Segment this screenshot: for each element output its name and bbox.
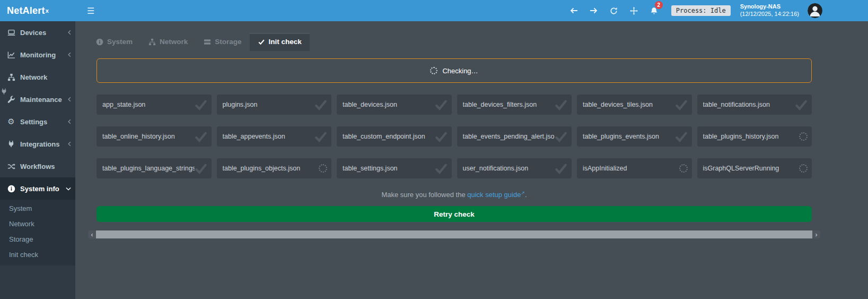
submenu-item-system[interactable]: System [0,201,75,216]
init-check-card-label: table_events_pending_alert.json [463,133,555,140]
init-check-card: table_settings.json [337,158,452,178]
init-check-grid: app_state.jsonplugins.jsontable_devices.… [97,95,812,178]
scrollbar-track[interactable] [96,230,812,238]
shuffle-icon [6,163,16,170]
check-icon [435,162,448,175]
tab-system[interactable]: System [88,33,141,51]
init-check-card: table_plugins_events.json [577,126,692,147]
init-check-card-label: table_appevents.json [223,133,315,140]
sidebar-item-integrations[interactable]: Integrations [0,133,75,155]
hamburger-menu-icon[interactable]: ☰ [83,4,99,18]
notifications-count-badge: 2 [655,1,663,9]
storage-icon [204,38,211,46]
sidebar-item-monitoring[interactable]: Monitoring [0,44,75,66]
process-status-badge: Process: Idle [671,5,731,16]
system-info-submenu: System Network Storage Init check [0,200,75,266]
app-logo-text: NetAlert [7,5,45,16]
init-check-card: table_devices_tiles.json [577,95,692,115]
init-check-card-label: table_plugins_history.json [703,133,800,140]
app-logo[interactable]: NetAlertx [0,0,75,21]
guide-text-suffix: . [525,191,527,199]
init-check-pane: Checking… app_state.jsonplugins.jsontabl… [88,58,820,222]
check-icon [195,98,207,111]
init-check-card: plugins.json [217,95,332,115]
spinner-icon [319,164,327,173]
quick-setup-guide-link[interactable]: quick setup guide↗ [467,191,525,199]
tab-storage[interactable]: Storage [196,33,249,51]
plug-icon [1,88,7,95]
refresh-icon[interactable] [608,4,620,17]
submenu-item-network[interactable]: Network [0,216,75,232]
app-window: NetAlertx ☰ 2 Process: Idle Sy [0,0,868,299]
tab-label: System [107,38,133,46]
spinner-icon [430,67,437,74]
init-check-card: table_plugins_language_strings.json [97,158,212,178]
submenu-item-init-check[interactable]: Init check [0,247,75,262]
spinner-icon [799,164,808,173]
sidebar-item-system-info[interactable]: System info [0,177,75,200]
scroll-right-button[interactable]: › [812,230,820,238]
device-timestamp: (12/12/2025, 14:22:16) [740,11,799,18]
init-check-card: table_devices_filters.json [457,95,572,115]
init-check-card-label: plugins.json [223,101,315,108]
retry-check-button[interactable]: Retry check [97,206,812,222]
init-check-card: table_plugins_objects.json [217,158,332,178]
guide-link-text: quick setup guide [467,191,521,199]
chevron-left-icon [68,119,71,124]
init-check-card: isGraphQLServerRunning [697,158,812,178]
back-arrow-icon[interactable] [567,4,580,17]
scroll-left-button[interactable]: ‹ [88,230,96,238]
check-icon [314,98,327,111]
check-icon [195,162,207,175]
plug-icon [6,140,16,148]
sitemap-icon [6,73,16,81]
check-icon [675,98,688,111]
init-check-card: table_online_history.json [97,126,212,147]
external-link-icon: ↗ [521,190,525,195]
init-check-card-label: table_settings.json [343,165,435,172]
spinner-icon [679,164,688,173]
check-icon [795,98,808,111]
horizontal-scrollbar[interactable]: ‹ › [88,230,820,238]
init-check-card-label: user_notifications.json [463,165,555,172]
init-check-card: user_notifications.json [457,158,572,178]
init-check-card-label: table_plugins_objects.json [223,165,319,172]
chevron-left-icon [68,52,71,57]
init-check-card: table_plugins_history.json [697,126,812,147]
checking-alert: Checking… [97,58,812,83]
sidebar-item-workflows[interactable]: Workflows [0,155,75,177]
app-logo-sup: x [46,7,49,14]
check-icon [555,130,567,143]
sidebar-item-maintenance[interactable]: Maintenance [0,88,75,110]
notifications-bell-icon[interactable]: 2 [648,4,661,17]
move-arrows-icon[interactable] [628,4,641,17]
user-avatar[interactable] [808,3,822,18]
init-check-card: table_devices.json [337,95,452,115]
forward-arrow-icon[interactable] [588,4,600,17]
sidebar-item-label: Workflows [20,163,71,170]
init-check-card-label: app_state.json [102,101,195,108]
sidebar-item-devices[interactable]: Devices [0,21,75,44]
init-check-card-label: table_devices.json [343,101,435,108]
init-check-card: table_events_pending_alert.json [457,126,572,147]
check-icon [258,38,265,46]
wrench-icon [6,96,16,104]
submenu-item-storage[interactable]: Storage [0,232,75,247]
init-check-card: table_custom_endpoint.json [337,126,452,147]
chevron-left-icon [68,97,71,102]
init-check-card-label: table_plugins_language_strings.json [102,165,195,172]
sitemap-icon [148,38,156,46]
tab-init-check[interactable]: Init check [250,33,310,51]
check-icon [195,130,207,143]
spinner-icon [799,132,808,141]
init-check-card-label: table_custom_endpoint.json [343,133,435,140]
tab-network[interactable]: Network [141,33,196,51]
checking-status-text: Checking… [442,67,478,75]
check-icon [314,130,327,143]
sidebar-item-network[interactable]: Network [0,66,75,88]
sidebar-item-settings[interactable]: ⚙ Settings [0,110,75,133]
init-check-card-label: table_devices_tiles.json [583,101,675,108]
chart-icon [6,51,16,59]
check-icon [555,98,567,111]
main-content: System Network Storage [75,21,868,299]
